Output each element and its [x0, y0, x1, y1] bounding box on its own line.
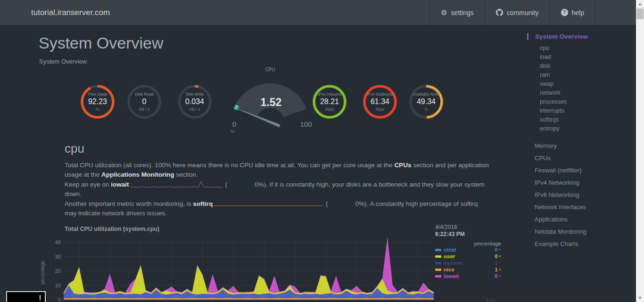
legend-series-name: nice [444, 267, 454, 272]
sidebar-subitem-interrupts[interactable]: interrupts [522, 106, 636, 115]
sidebar-sub-list: cpuloaddiskramswapnetworkprocessesinterr… [522, 44, 636, 133]
gauge-unit: KB / s [190, 107, 200, 112]
gauge-value: 92.23 [88, 98, 107, 106]
gauge-ipv4-outbound[interactable]: IPv4 Outbound61.34kbps [362, 84, 409, 120]
legend-row-user[interactable]: user0< [435, 253, 501, 260]
text-segment: section. [174, 171, 198, 178]
cpu-paragraph-1: Total CPU utilization (all cores). 100% … [65, 161, 491, 180]
scrollbar-down-arrow-icon[interactable]: ▼ [636, 294, 644, 302]
gauge-available-ram[interactable]: Available RAM49.34% [408, 84, 455, 120]
legend-swatch [435, 275, 441, 278]
sidebar-item-network-interfaces[interactable]: Network Interfaces [522, 201, 636, 213]
sidebar-item-ipv6-networking[interactable]: IPv6 Networking [522, 189, 636, 201]
applications-monitoring-link[interactable]: Applications Monitoring [101, 171, 174, 178]
gauge-labels: Disk Read0KB / s [126, 84, 162, 120]
sidebar-item-firewall-netfilter-[interactable]: Firewall (netfilter) [522, 164, 636, 177]
legend-row-iowait[interactable]: iowait0< [435, 273, 501, 279]
legend-value-arrow-icon: < [499, 254, 501, 259]
cpu-utilization-chart[interactable]: 01020304018:17:0018:17:3018:18:0018:18:3… [41, 236, 517, 302]
legend-row-system[interactable]: system1< [435, 260, 501, 266]
navbar-button-community[interactable]: community [485, 0, 550, 25]
sidebar-subitem-network[interactable]: network [522, 89, 636, 98]
chart-plot-svg[interactable]: 01020304018:17:0018:17:3018:18:0018:18:3… [41, 236, 441, 302]
scrollbar-up-arrow-icon[interactable]: ▲ [636, 0, 644, 8]
pan-up-icon[interactable]: ∧ [486, 297, 490, 302]
vertical-scrollbar[interactable]: ▲ ▼ [636, 0, 644, 302]
gauge-name: IPv4 Outbound [367, 92, 394, 97]
text-segment: Another important metric worth monitorin… [65, 200, 193, 207]
cpu-section-heading: cpu [65, 141, 522, 156]
sidebar-item-applications[interactable]: Applications [522, 213, 636, 226]
right-sidebar-nav: System Overviewcpuloaddiskramswapnetwork… [522, 25, 636, 302]
sidebar-item-cpus[interactable]: CPUs [522, 152, 636, 164]
svg-text:10: 10 [55, 283, 61, 288]
page-body: System Overview System Overview Free Swa… [0, 25, 636, 302]
svg-text:0: 0 [58, 297, 61, 302]
y-axis-label: percentage [40, 259, 45, 287]
sidebar-subitem-entropy[interactable]: entropy [522, 124, 636, 133]
gauge-value: 0 [142, 98, 147, 106]
text-segment: Total CPU utilization (all cores). 100% … [65, 162, 394, 169]
gauge-name: IPv4 Inbound [318, 92, 341, 97]
navbar-button-label: community [507, 9, 539, 16]
scrollbar-thumb[interactable] [636, 8, 644, 19]
svg-text:1.52: 1.52 [261, 96, 282, 108]
gauge-ipv4-inbound[interactable]: IPv4 Inbound28.21kbps [312, 84, 359, 120]
legend-series-value: 0 [495, 253, 497, 259]
sidebar-subitem-softirqs[interactable]: softirqs [522, 115, 636, 124]
legend-value-arrow-icon: < [499, 261, 501, 265]
iowait-label: iowait [111, 181, 129, 188]
sidebar-subitem-ram[interactable]: ram [522, 71, 636, 80]
cpu-section-description: Total CPU utilization (all cores). 100% … [65, 161, 491, 218]
bottom-left-overlay-box [6, 291, 46, 302]
legend-row-steal[interactable]: steal0< [435, 246, 501, 253]
legend-units-label: percentage [435, 241, 501, 246]
cpus-link[interactable]: CPUs [394, 162, 411, 169]
gauge-unit: kbps [325, 107, 334, 112]
iowait-sparkline-chart[interactable] [129, 181, 223, 188]
text-segment: ( [225, 181, 227, 188]
sidebar-subitem-load[interactable]: load [522, 53, 636, 62]
gauge-disk-read[interactable]: Disk Read0KB / s [126, 84, 173, 120]
svg-text:100: 100 [300, 120, 312, 128]
sidebar-item-system-overview[interactable]: System Overview [527, 33, 636, 40]
sidebar-subitem-swap[interactable]: swap [522, 80, 636, 89]
gauge-unit: % [96, 107, 99, 112]
sidebar-item-example-charts[interactable]: Example Charts [522, 238, 636, 250]
legend-series-name: iowait [444, 273, 459, 279]
gauge-disk-write[interactable]: Disk Write0.034KB / s [177, 84, 224, 120]
page-title: System Overview [39, 34, 522, 52]
navbar-button-settings[interactable]: ⚙settings [429, 0, 485, 25]
navbar-button-label: help [572, 9, 584, 16]
gauge-cpu[interactable]: CPU1.520100% [228, 67, 313, 135]
text-segment: Keep an eye on [65, 181, 111, 188]
gauge-free-swap[interactable]: Free Swap92.23% [80, 84, 127, 120]
pan-down-icon[interactable]: ∨ [490, 297, 495, 302]
sidebar-item-netdata-monitoring[interactable]: Netdata Monitoring [522, 226, 636, 238]
main-content: System Overview System Overview Free Swa… [0, 25, 522, 302]
chart-pan-controls[interactable]: ∧∨ [486, 297, 495, 302]
sidebar-subitem-processes[interactable]: processes [522, 98, 636, 106]
sidebar-item-memory[interactable]: Memory [522, 140, 636, 152]
svg-text:20: 20 [55, 268, 61, 274]
softirq-sparkline-chart[interactable] [213, 200, 324, 207]
legend-rows: steal0<user0<system1<nice1<iowait0< [435, 246, 506, 279]
legend-time: 6:22:43 PM [435, 231, 506, 237]
gauge-value: 49.34 [417, 98, 436, 106]
navbar-button-help[interactable]: ?help [550, 0, 595, 25]
gauge-labels: Free Swap92.23% [80, 84, 116, 120]
legend-value-arrow-icon: < [499, 247, 501, 252]
sidebar-subitem-disk[interactable]: disk [522, 62, 636, 71]
sidebar-subitem-cpu[interactable]: cpu [522, 44, 636, 53]
legend-swatch [435, 262, 441, 264]
page-subtitle: System Overview [39, 58, 522, 65]
sidebar-item-ipv4-networking[interactable]: IPv4 Networking [522, 177, 636, 189]
legend-row-nice[interactable]: nice1< [435, 266, 501, 273]
svg-text:%: % [231, 129, 234, 133]
gauge-labels: IPv4 Outbound61.34kbps [362, 84, 398, 120]
gauge-labels: Disk Write0.034KB / s [177, 84, 213, 120]
softirq-value: 0%). [355, 200, 369, 207]
navbar-button-label: settings [451, 9, 474, 16]
svg-text:40: 40 [55, 239, 61, 245]
hostname-brand[interactable]: tutorial.iranserver.com [31, 8, 110, 17]
